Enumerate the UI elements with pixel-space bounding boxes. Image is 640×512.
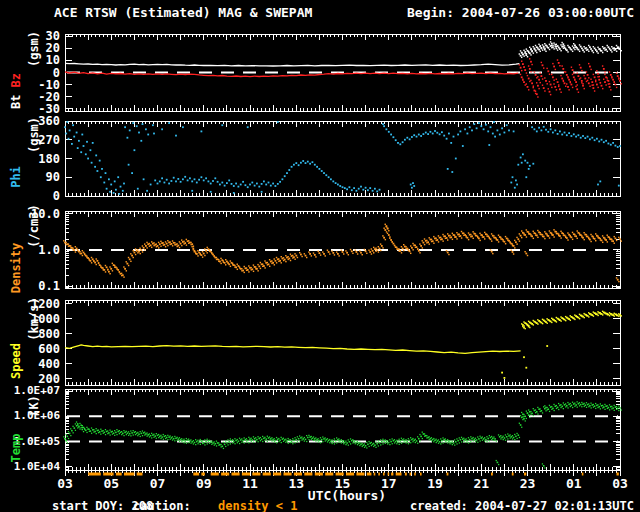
series-bz-sheath xyxy=(519,58,622,98)
caution-value: density < 1 xyxy=(218,499,297,512)
panel-unit-mag: (gsm) xyxy=(26,0,42,99)
caution-mark xyxy=(356,473,364,476)
x-axis-title: UTC(hours) xyxy=(282,488,412,503)
ace-rtsw-plot: ACE RTSW (Estimated) MAG & SWEPAM Begin:… xyxy=(0,0,640,512)
caution-mark xyxy=(414,473,416,476)
caution-mark xyxy=(367,473,372,476)
series-phi xyxy=(64,121,621,195)
series-temp xyxy=(63,401,622,468)
caution-mark xyxy=(315,473,323,476)
x-hour-label: 09 xyxy=(191,476,217,491)
x-hour-label: 07 xyxy=(145,476,171,491)
x-hour-label: 01 xyxy=(561,476,587,491)
x-hour-label: 03 xyxy=(52,476,78,491)
panel-unit-density: (/cm3) xyxy=(26,176,42,276)
x-hour-label: 19 xyxy=(422,476,448,491)
panel-name-part: Density xyxy=(9,242,23,293)
series-speed-post-shock xyxy=(521,311,622,330)
panel-mag xyxy=(65,34,622,111)
caution-mark xyxy=(410,473,412,476)
panel-unit-speed: (km/s) xyxy=(26,269,42,369)
series-speed-strays xyxy=(501,345,548,379)
caution-label: caution: xyxy=(133,499,191,512)
created-timestamp: created: 2004-07-27 02:01:13UTC xyxy=(410,499,634,512)
panel-name-part: Phi xyxy=(9,166,23,188)
caution-mark xyxy=(512,473,514,476)
caution-mark xyxy=(137,473,143,476)
panel-unit-phi: (gsm) xyxy=(26,85,42,185)
x-hour-label: 23 xyxy=(515,476,541,491)
panel-phi xyxy=(64,121,621,196)
caution-mark xyxy=(221,473,229,476)
x-hour-label: 11 xyxy=(237,476,263,491)
series-density xyxy=(63,224,622,283)
caution-mark xyxy=(124,473,134,476)
panel-density xyxy=(63,211,622,288)
series-bt xyxy=(65,63,519,66)
caution-mark xyxy=(263,473,271,476)
x-hour-label: 05 xyxy=(98,476,124,491)
caution-mark xyxy=(273,473,281,476)
panel-name-temp: Temp xyxy=(8,398,24,498)
chart-canvas xyxy=(0,0,640,512)
x-hour-label: 21 xyxy=(468,476,494,491)
panel-name-part: Temp xyxy=(9,433,23,462)
caution-mark xyxy=(405,473,407,476)
panel-name-part: Speed xyxy=(9,342,23,378)
series-speed xyxy=(65,345,521,353)
x-hour-label: 03 xyxy=(607,476,633,491)
panel-speed xyxy=(65,300,622,385)
panel-name-part: Bz xyxy=(9,72,23,94)
panel-unit-temp: (K) xyxy=(26,356,42,456)
series-bt-sheath xyxy=(519,41,622,58)
panel-temp xyxy=(63,389,622,476)
panel-name-part: Bt xyxy=(9,94,23,108)
